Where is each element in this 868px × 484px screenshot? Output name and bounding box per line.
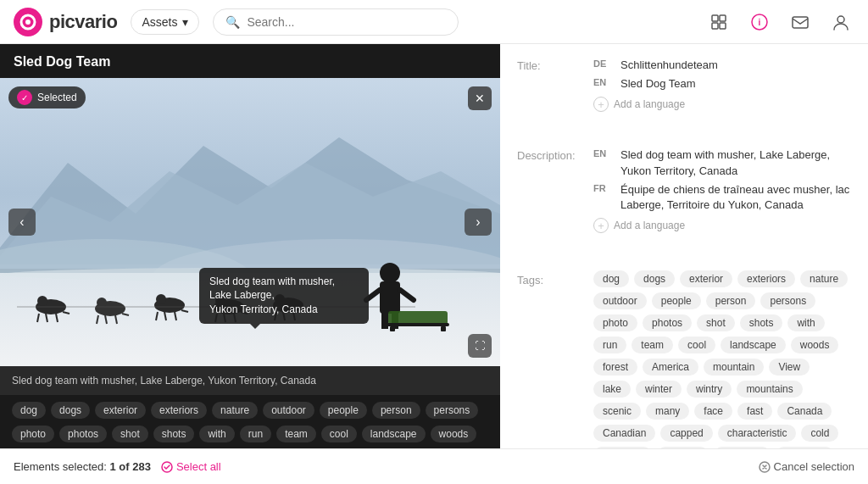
svg-rect-5: [712, 23, 718, 29]
tag-chip[interactable]: contests: [714, 447, 771, 448]
svg-rect-3: [712, 15, 718, 21]
mail-icon[interactable]: [787, 8, 814, 36]
tag-chip[interactable]: face: [694, 403, 732, 420]
left-tag-pill[interactable]: run: [240, 426, 271, 442]
close-button[interactable]: ✕: [468, 86, 492, 110]
left-tag-pill[interactable]: persons: [426, 402, 479, 419]
add-desc-lang-icon: +: [593, 218, 609, 233]
chevron-down-icon: ▾: [182, 15, 188, 29]
tag-chip[interactable]: Canadian: [593, 425, 655, 442]
left-tag-pill[interactable]: photos: [59, 426, 107, 442]
tag-chip[interactable]: coolness: [776, 447, 834, 448]
left-tag-pill[interactable]: dog: [12, 402, 46, 419]
left-tag-pill[interactable]: outdoor: [263, 402, 314, 419]
tag-chip[interactable]: shot: [697, 314, 735, 331]
search-bar[interactable]: 🔍: [213, 8, 458, 36]
tag-chip[interactable]: America: [643, 359, 698, 376]
left-tag-pill[interactable]: team: [276, 426, 316, 442]
tags-cloud: dogdogsexteriorexteriorsnatureoutdoorpeo…: [593, 269, 851, 448]
info-icon[interactable]: i: [746, 8, 773, 36]
left-tag-pill[interactable]: with: [199, 426, 234, 442]
tag-chip[interactable]: photos: [643, 314, 692, 331]
left-tag-pill[interactable]: nature: [212, 402, 258, 419]
title-de-value: Schlittenhundeteam: [620, 58, 718, 73]
tag-chip[interactable]: team: [632, 337, 673, 353]
fullscreen-button[interactable]: ⛶: [468, 334, 492, 358]
description-content: EN Sled dog team with musher, Lake Laber…: [593, 147, 851, 235]
header: picvario Assets ▾ 🔍 i: [0, 0, 868, 44]
left-tag-pill[interactable]: exteriors: [151, 402, 207, 419]
svg-point-51: [380, 263, 400, 283]
tag-chip[interactable]: fast: [737, 403, 772, 420]
cancel-selection-label: Cancel selection: [774, 460, 854, 473]
tag-chip[interactable]: mountain: [704, 359, 764, 376]
tag-chip[interactable]: mountains: [737, 381, 802, 398]
left-tag-pill[interactable]: woods: [431, 426, 477, 442]
left-tag-pill[interactable]: people: [320, 402, 367, 419]
footer-selected-text: Elements selected: 1 of 283: [14, 460, 151, 473]
tag-chip[interactable]: person: [706, 292, 756, 309]
left-tag-pill[interactable]: person: [372, 402, 420, 419]
next-arrow[interactable]: ›: [465, 209, 492, 236]
tag-chip[interactable]: with: [787, 314, 824, 331]
left-tag-pill[interactable]: photo: [12, 426, 54, 442]
tag-chip[interactable]: capped: [660, 425, 712, 442]
left-tag-pill[interactable]: exterior: [95, 402, 146, 419]
svg-rect-52: [381, 312, 388, 329]
tag-chip[interactable]: cool: [678, 337, 715, 353]
tag-chip[interactable]: View: [769, 359, 810, 376]
tag-chip[interactable]: scenic: [593, 403, 641, 420]
search-input[interactable]: [247, 15, 445, 29]
tag-chip[interactable]: exterior: [680, 270, 732, 287]
tag-chip[interactable]: shots: [740, 314, 783, 331]
prev-arrow[interactable]: ‹: [8, 209, 36, 236]
desc-en-lang: EN: [593, 147, 614, 159]
tag-chip[interactable]: winter: [636, 381, 682, 398]
desc-fr-row: FR Équipe de chiens de traîneau avec mus…: [593, 182, 851, 213]
tag-chip[interactable]: characteristic: [718, 425, 797, 442]
add-title-language[interactable]: + Add a language: [593, 95, 851, 114]
tag-chip[interactable]: outdoor: [593, 292, 647, 309]
tags-section: Tags: dogdogsexteriorexteriorsnatureoutd…: [517, 269, 851, 448]
left-tag-pill[interactable]: dogs: [51, 402, 90, 419]
title-en-value: Sled Dog Team: [620, 76, 696, 92]
tag-chip[interactable]: people: [652, 292, 701, 309]
svg-rect-50: [380, 281, 400, 314]
panel-title: Sled Dog Team: [0, 44, 500, 78]
user-icon[interactable]: [827, 8, 854, 36]
tag-chip[interactable]: forest: [593, 359, 637, 376]
tag-chip[interactable]: photo: [593, 314, 637, 331]
tag-chip[interactable]: persons: [760, 292, 815, 309]
left-tag-pill[interactable]: landscape: [362, 426, 426, 442]
assets-button[interactable]: Assets ▾: [131, 9, 199, 35]
add-language-label: Add a language: [614, 98, 685, 110]
svg-point-26: [97, 298, 107, 308]
tag-chip[interactable]: landscape: [721, 337, 786, 353]
tag-chip[interactable]: contest: [657, 447, 709, 448]
tag-chip[interactable]: nature: [800, 270, 848, 287]
select-all-button[interactable]: Select all: [161, 460, 221, 473]
tag-chip[interactable]: exteriors: [737, 270, 795, 287]
grid-icon[interactable]: [705, 8, 732, 36]
tags-label: Tags:: [517, 269, 593, 448]
tag-chip[interactable]: Canada: [777, 403, 832, 420]
left-tag-pill[interactable]: shots: [153, 426, 195, 442]
left-tag-pill[interactable]: cool: [321, 426, 357, 442]
tag-chip[interactable]: woods: [791, 337, 839, 353]
svg-point-18: [0, 268, 500, 281]
add-desc-language[interactable]: + Add a language: [593, 216, 851, 235]
tag-chip[interactable]: many: [646, 403, 689, 420]
tag-chip[interactable]: lake: [593, 381, 631, 398]
tag-chip[interactable]: coldness: [593, 447, 652, 448]
tag-chip[interactable]: dogs: [634, 270, 675, 287]
left-tag-pill[interactable]: shot: [112, 426, 148, 442]
select-all-icon: [161, 461, 173, 473]
tag-chip[interactable]: wintry: [687, 381, 732, 398]
logo: picvario: [14, 8, 117, 36]
tag-chip[interactable]: run: [593, 337, 626, 353]
tag-chip[interactable]: cold: [801, 425, 838, 442]
cancel-selection-button[interactable]: Cancel selection: [759, 460, 854, 473]
svg-point-20: [37, 296, 47, 306]
tag-chip[interactable]: dog: [593, 270, 629, 287]
svg-point-2: [25, 19, 31, 25]
